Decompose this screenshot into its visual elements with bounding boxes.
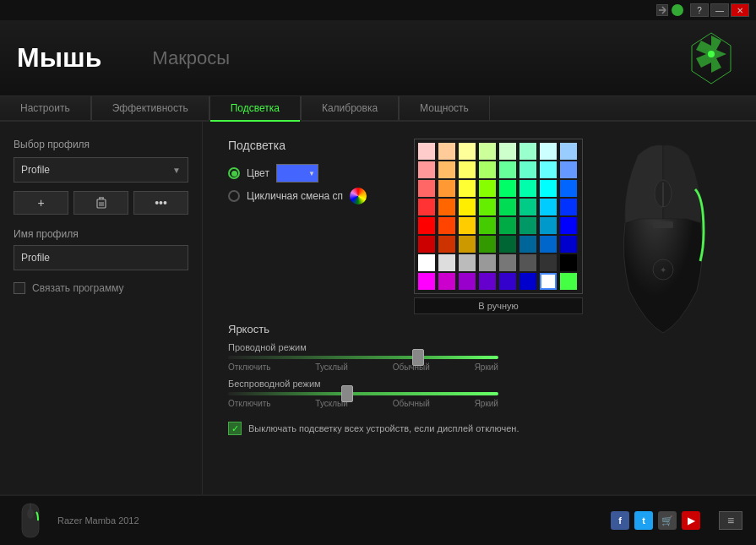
color-cell[interactable] bbox=[479, 254, 496, 271]
tab-effektivnost[interactable]: Эффективность bbox=[91, 96, 209, 120]
tab-kalibrovka[interactable]: Калибровка bbox=[301, 96, 399, 120]
color-cell[interactable] bbox=[560, 161, 577, 178]
color-cell[interactable] bbox=[479, 217, 496, 234]
macros-label[interactable]: Макросы bbox=[152, 47, 230, 69]
color-cell[interactable] bbox=[560, 236, 577, 253]
color-cell[interactable] bbox=[499, 161, 516, 178]
cycle-rainbow-icon bbox=[350, 188, 367, 204]
color-cell[interactable] bbox=[540, 236, 557, 253]
minimize-button[interactable]: — bbox=[710, 3, 729, 17]
color-cell[interactable] bbox=[418, 161, 435, 178]
color-cell[interactable] bbox=[499, 199, 516, 215]
profile-name-input[interactable] bbox=[14, 245, 188, 270]
wired-slider-thumb[interactable] bbox=[412, 349, 424, 366]
color-radio[interactable] bbox=[228, 167, 240, 179]
color-option[interactable]: Цвет ▼ bbox=[228, 164, 397, 183]
youtube-icon[interactable]: ▶ bbox=[682, 511, 700, 530]
svg-point-18 bbox=[27, 509, 34, 519]
color-cell[interactable] bbox=[438, 161, 455, 178]
color-cell[interactable] bbox=[499, 143, 516, 160]
color-cell[interactable] bbox=[438, 217, 455, 234]
color-cell[interactable] bbox=[418, 254, 435, 271]
footer-menu-button[interactable]: ≡ bbox=[719, 511, 742, 530]
color-cell[interactable] bbox=[479, 236, 496, 253]
color-cell[interactable] bbox=[459, 161, 476, 178]
color-cell[interactable] bbox=[438, 273, 455, 290]
color-cell[interactable] bbox=[540, 161, 557, 178]
color-cell[interactable] bbox=[540, 199, 557, 215]
color-cell[interactable] bbox=[438, 236, 455, 253]
color-cell[interactable] bbox=[519, 254, 536, 271]
color-cell[interactable] bbox=[519, 217, 536, 234]
color-cell[interactable] bbox=[418, 236, 435, 253]
color-cell[interactable] bbox=[560, 143, 577, 160]
color-cell[interactable] bbox=[418, 199, 435, 215]
color-cell[interactable] bbox=[560, 273, 577, 290]
color-cell[interactable] bbox=[479, 273, 496, 290]
color-cell[interactable] bbox=[459, 273, 476, 290]
color-cell[interactable] bbox=[540, 254, 557, 271]
color-cell[interactable] bbox=[459, 236, 476, 253]
tab-podvetka[interactable]: Подсветка bbox=[209, 96, 301, 120]
color-cell[interactable] bbox=[499, 273, 516, 290]
color-cell[interactable] bbox=[519, 199, 536, 215]
color-cell[interactable] bbox=[418, 273, 435, 290]
cycle-radio[interactable] bbox=[228, 190, 240, 202]
close-button[interactable]: ✕ bbox=[731, 3, 749, 17]
shop-icon[interactable]: 🛒 bbox=[658, 511, 677, 530]
color-cell[interactable] bbox=[499, 180, 516, 197]
color-cell[interactable] bbox=[519, 143, 536, 160]
help-button[interactable]: ? bbox=[690, 3, 709, 17]
color-cell[interactable] bbox=[418, 217, 435, 234]
facebook-icon[interactable]: f bbox=[611, 511, 629, 530]
color-swatch[interactable]: ▼ bbox=[276, 164, 318, 183]
profile-dropdown[interactable]: Profile ▼ bbox=[14, 157, 188, 183]
color-cell[interactable] bbox=[540, 217, 557, 234]
color-cell[interactable] bbox=[479, 161, 496, 178]
color-cell[interactable] bbox=[459, 217, 476, 234]
label-normal-wireless: Обычный bbox=[393, 399, 430, 408]
color-cell[interactable] bbox=[560, 199, 577, 215]
color-cell[interactable] bbox=[560, 217, 577, 234]
label-normal-wired: Обычный bbox=[393, 362, 430, 372]
color-cell[interactable] bbox=[459, 254, 476, 271]
color-cell[interactable] bbox=[499, 236, 516, 253]
color-cell[interactable] bbox=[499, 217, 516, 234]
tab-nastroit[interactable]: Настроить bbox=[0, 96, 91, 120]
color-cell[interactable] bbox=[459, 199, 476, 215]
wireless-slider-thumb[interactable] bbox=[341, 385, 353, 402]
color-cell[interactable] bbox=[418, 180, 435, 197]
color-cell[interactable] bbox=[438, 143, 455, 160]
profile-name-label: Имя профиля bbox=[14, 228, 188, 240]
delete-profile-button[interactable] bbox=[73, 191, 128, 215]
color-cell[interactable] bbox=[560, 180, 577, 197]
footer-mouse-icon bbox=[14, 499, 47, 542]
color-cell[interactable] bbox=[459, 180, 476, 197]
color-cell[interactable] bbox=[438, 199, 455, 215]
right-panel: Подсветка Цвет ▼ Цикличная смена сп bbox=[203, 122, 756, 494]
color-cell[interactable] bbox=[479, 199, 496, 215]
color-cell[interactable] bbox=[519, 180, 536, 197]
link-program-checkbox[interactable] bbox=[14, 282, 25, 294]
profile-dropdown-value: Profile bbox=[21, 164, 50, 176]
color-cell[interactable] bbox=[540, 273, 557, 290]
cycle-option[interactable]: Цикличная смена сп bbox=[228, 188, 397, 204]
more-profile-button[interactable]: ••• bbox=[133, 191, 188, 215]
color-cell[interactable] bbox=[499, 254, 516, 271]
color-cell[interactable] bbox=[459, 143, 476, 160]
color-cell[interactable] bbox=[418, 143, 435, 160]
tab-moschnost[interactable]: Мощность bbox=[399, 96, 490, 120]
color-cell[interactable] bbox=[479, 143, 496, 160]
color-cell[interactable] bbox=[540, 143, 557, 160]
twitter-icon[interactable]: t bbox=[634, 511, 653, 530]
add-profile-button[interactable]: + bbox=[14, 191, 68, 215]
color-cell[interactable] bbox=[519, 236, 536, 253]
color-cell[interactable] bbox=[560, 254, 577, 271]
color-cell[interactable] bbox=[438, 254, 455, 271]
color-cell[interactable] bbox=[519, 161, 536, 178]
color-cell[interactable] bbox=[479, 180, 496, 197]
color-cell[interactable] bbox=[438, 180, 455, 197]
color-cell[interactable] bbox=[519, 273, 536, 290]
bottom-checkbox[interactable]: ✓ bbox=[228, 422, 242, 435]
color-cell[interactable] bbox=[540, 180, 557, 197]
